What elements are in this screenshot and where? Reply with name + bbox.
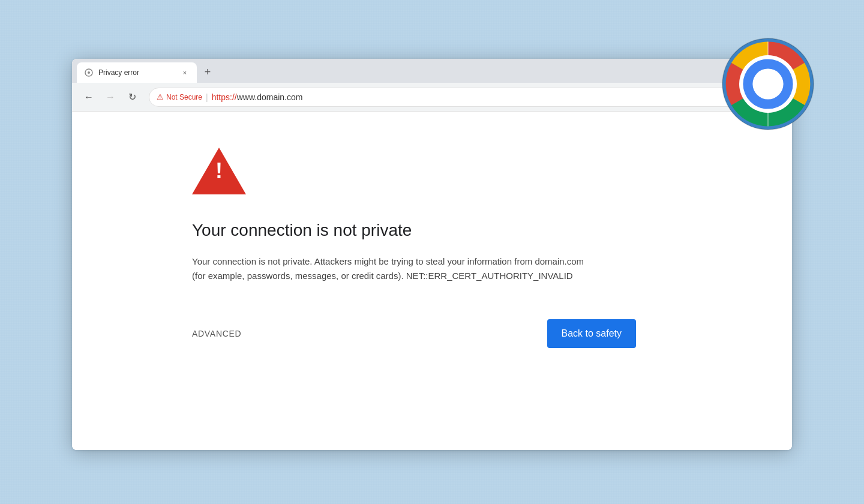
nav-bar: ← → ↻ ⚠ Not Secure | https://www.domain.… bbox=[72, 83, 792, 112]
url-host: www.domain.com bbox=[237, 92, 303, 102]
address-divider: | bbox=[206, 92, 208, 102]
tab-bar: Privacy error × + bbox=[72, 59, 792, 83]
tab-close-button[interactable]: × bbox=[180, 68, 190, 77]
back-button[interactable]: ← bbox=[79, 88, 98, 107]
address-url: https://www.domain.com bbox=[212, 92, 303, 102]
reload-button[interactable]: ↻ bbox=[122, 88, 142, 107]
new-tab-button[interactable]: + bbox=[199, 64, 216, 80]
warning-triangle-icon bbox=[192, 148, 246, 194]
svg-point-8 bbox=[88, 71, 90, 74]
warning-icon: ⚠ bbox=[157, 92, 164, 101]
forward-button[interactable]: → bbox=[101, 88, 120, 107]
chrome-logo bbox=[720, 36, 816, 132]
address-bar[interactable]: ⚠ Not Secure | https://www.domain.com bbox=[149, 88, 780, 107]
advanced-link[interactable]: ADVANCED bbox=[192, 329, 241, 338]
error-description-line1: Your connection is not private. Attacker… bbox=[192, 256, 584, 266]
security-warning: ⚠ Not Secure bbox=[157, 92, 202, 101]
tab-favicon bbox=[84, 68, 94, 77]
browser-tab[interactable]: Privacy error × bbox=[77, 62, 197, 83]
error-actions: ADVANCED Back to safety bbox=[192, 319, 636, 348]
error-description-line2: (for example, passwords, messages, or cr… bbox=[192, 271, 573, 281]
back-to-safety-button[interactable]: Back to safety bbox=[547, 319, 637, 348]
not-secure-text: Not Secure bbox=[166, 93, 202, 101]
page-content: Your connection is not private Your conn… bbox=[72, 112, 792, 450]
error-description: Your connection is not private. Attacker… bbox=[192, 254, 584, 283]
error-icon-container bbox=[192, 148, 246, 197]
svg-point-3 bbox=[752, 68, 783, 99]
browser-window: Privacy error × + ← → ↻ ⚠ Not Secure | h… bbox=[72, 59, 792, 450]
url-scheme: https:// bbox=[212, 92, 237, 102]
error-title: Your connection is not private bbox=[192, 221, 412, 240]
tab-title: Privacy error bbox=[98, 68, 175, 77]
